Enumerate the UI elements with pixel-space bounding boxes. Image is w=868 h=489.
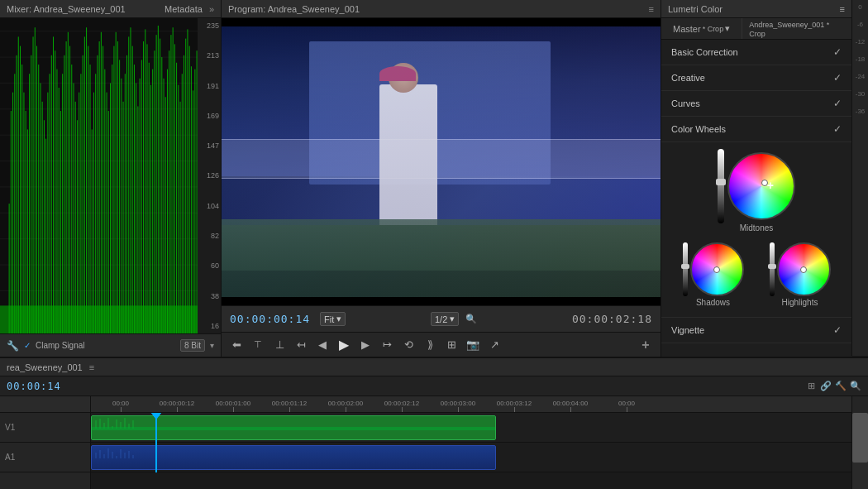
timecode-in: 00:00:00:14 [230,313,310,325]
color-wheels-display: + Midtones [661,142,851,318]
ruler-n36: -36 [854,108,866,115]
clip-crop-tab[interactable]: Andrea_Sweeney_001 * Crop [742,17,851,41]
video-clip[interactable] [91,415,496,440]
master-crop-tab[interactable]: Master * Crop ▾ [661,18,742,39]
vignette-section[interactable]: Vignette ✓ [661,318,851,343]
midtones-wheel[interactable]: + [727,152,795,220]
go-out-btn[interactable]: ↦ [379,337,395,353]
go-in-btn[interactable]: ↤ [293,337,309,353]
creative-label: Creative [671,73,705,83]
highlights-wheel-container: Highlights [758,242,842,307]
ruler-0: 0 [854,3,866,11]
svg-rect-123 [0,305,221,333]
loop-btn[interactable]: ⟲ [400,337,417,353]
y-axis-labels: 235213191169 14712610482 603816 [198,18,221,333]
ruler-mark-end: 00:00 [599,400,655,412]
mixer-panel: Mixer: Andrea_Sweeney_001 Metadata » [0,0,222,357]
curves-section[interactable]: Curves ✓ [661,91,851,117]
basic-correction-label: Basic Correction [671,47,738,57]
transport-controls: ⬅ ⊤ ⊥ ↤ ◀ ▶ ▶ ↦ ⟲ ⟫ ⊞ 📷 ↗ + [222,332,661,357]
vignette-label: Vignette [671,325,704,335]
play-btn[interactable]: ▶ [336,337,352,353]
track-header-a1: A1 [0,443,90,472]
lift-btn[interactable]: ⊞ [443,337,460,353]
program-monitor: Program: Andrea_Sweeney_001 ≡ [222,0,661,357]
shadows-label: Shadows [696,298,730,307]
shadows-wheel[interactable] [690,242,744,296]
mixer-title: Mixer: Andrea_Sweeney_001 [7,4,126,14]
timecode-out: 00:00:02:18 [572,313,652,325]
creative-check: ✓ [833,72,842,84]
curves-label: Curves [671,98,700,108]
shadows-slider[interactable] [683,242,688,296]
lumetri-menu-icon[interactable]: ≡ [840,4,845,14]
lumetri-color-panel: Lumetri Color ≡ Master * Crop ▾ Andrea_S… [661,0,851,357]
clamp-checkbox[interactable]: ✓ [24,341,31,350]
wrench-icon[interactable]: 🔧 [7,340,19,352]
timeline-scrollbar[interactable] [851,396,868,489]
highlights-label: Highlights [782,298,818,307]
audio-track [91,443,851,472]
audio-clip[interactable] [91,445,496,470]
lumetri-title: Lumetri Color [668,4,723,14]
timeline-header: rea_Sweeney_001 ≡ [0,358,868,376]
color-wheels-section-header[interactable]: Color Wheels ✓ [661,117,851,142]
timeline-menu-icon[interactable]: ≡ [89,362,94,372]
right-ruler-strip: 0 -6 -12 -18 -24 -30 -36 [851,0,868,356]
program-controls-bar: 00:00:00:14 Fit ▾ 1/2 ▾ 🔍 00:00:02:18 [222,305,661,332]
add-btn[interactable]: + [637,337,654,353]
basic-correction-check: ✓ [833,46,842,58]
export-btn[interactable]: ↗ [486,337,503,353]
timeline-body: V1 A1 00:00 00:00:00:12 [0,396,868,489]
color-wheels-check: ✓ [833,123,842,135]
timeline-playhead[interactable] [155,413,157,472]
creative-section[interactable]: Creative ✓ [661,65,851,91]
step-fwd-btn[interactable]: ▶ [357,337,374,353]
video-preview [222,18,661,305]
ruler-n24: -24 [854,73,866,80]
ruler-marks-row: 00:00 00:00:00:12 00:00:01:00 00:00:01:1… [93,396,655,412]
highlights-slider-thumb[interactable] [768,264,776,269]
program-title: Program: Andrea_Sweeney_001 [228,4,360,14]
tl-nest-icon[interactable]: ⊞ [808,381,815,391]
svg-rect-135 [92,427,496,430]
ruler-mark-312: 00:00:03:12 [486,400,542,412]
timeline-title: rea_Sweeney_001 [7,362,83,372]
mixer-expand-icon[interactable]: » [209,4,214,14]
highlights-wheel[interactable] [777,242,831,296]
fit-dropdown[interactable]: Fit ▾ [320,312,346,326]
shadows-slider-thumb[interactable] [681,264,689,269]
mark-out-btn[interactable]: ⊥ [271,337,288,353]
program-menu-icon[interactable]: ≡ [649,4,654,14]
midtones-slider[interactable] [718,149,724,223]
metadata-label[interactable]: Metadata [165,4,203,14]
timeline-tracks-area [91,413,851,472]
midtones-slider-thumb[interactable] [716,179,726,185]
tl-zoom-icon[interactable]: 🔍 [850,381,861,391]
ruler-mark-112: 00:00:01:12 [261,400,317,412]
mark-in-btn[interactable]: ⬅ [228,337,245,353]
tl-link-icon[interactable]: 🔗 [820,381,832,391]
mixer-footer: 🔧 ✓ Clamp Signal 8 Bit ▾ [0,333,221,357]
ripple-btn[interactable]: ⟫ [422,337,438,353]
bit-depth-chevron[interactable]: ▾ [210,341,214,350]
highlights-slider[interactable] [770,242,775,296]
shadows-with-slider [683,242,744,296]
step-back-btn[interactable]: ◀ [314,337,331,353]
tl-hammer-icon[interactable]: 🔨 [835,381,847,391]
camera-btn[interactable]: 📷 [465,337,481,353]
scroll-track[interactable] [852,413,868,489]
scroll-thumb[interactable] [852,413,868,463]
quality-dropdown[interactable]: 1/2 ▾ [431,312,459,326]
zoom-icon[interactable]: 🔍 [465,314,477,324]
mark-btn[interactable]: ⊤ [250,337,266,353]
lumetri-sections-list: Basic Correction ✓ Creative ✓ Curves ✓ C… [661,40,851,357]
video-track [91,413,851,443]
ruler-n12: -12 [854,38,866,46]
shadows-crosshair[interactable] [713,266,720,273]
midtones-crosshair[interactable]: + [761,180,768,186]
highlights-crosshair[interactable] [800,266,807,273]
midtones-wheel-container: + [718,149,795,223]
bit-depth-label[interactable]: 8 Bit [180,339,205,352]
basic-correction-section[interactable]: Basic Correction ✓ [661,40,851,65]
